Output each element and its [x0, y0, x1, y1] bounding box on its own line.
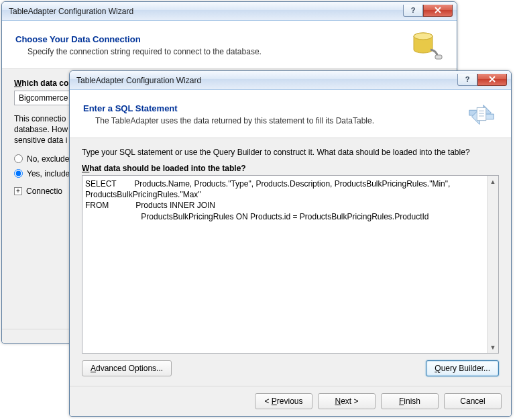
arrows-icon — [465, 99, 498, 131]
svg-rect-3 — [477, 107, 485, 120]
svg-point-1 — [414, 33, 433, 40]
sql-textarea[interactable] — [82, 176, 487, 353]
scrollbar[interactable]: ▲ ▼ — [487, 176, 498, 353]
scroll-up-icon[interactable]: ▲ — [489, 177, 498, 186]
svg-rect-2 — [435, 55, 442, 59]
cancel-button[interactable]: Cancel — [444, 393, 502, 409]
advanced-options-button[interactable]: Advanced Options... — [82, 360, 172, 376]
close-button[interactable] — [423, 5, 453, 17]
radio-no-input[interactable] — [14, 154, 23, 163]
radio-yes-input[interactable] — [14, 169, 23, 178]
back-title: TableAdapter Configuration Wizard — [9, 7, 403, 16]
finish-button[interactable]: Finish — [381, 393, 439, 409]
front-titlebar[interactable]: TableAdapter Configuration Wizard ? — [70, 71, 511, 90]
expander-label: Connectio — [26, 187, 62, 196]
previous-button[interactable]: < Previous — [255, 393, 312, 409]
front-instruction: Type your SQL statement or use the Query… — [82, 148, 499, 157]
radio-no-label: No, exclude — [27, 154, 69, 164]
back-header: Choose Your Data Connection Specify the … — [2, 21, 457, 69]
plus-icon: + — [14, 187, 22, 195]
front-title: TableAdapter Configuration Wizard — [76, 76, 457, 85]
sql-label: What data should be loaded into the tabl… — [82, 164, 499, 173]
front-dialog: TableAdapter Configuration Wizard ? Ente… — [69, 70, 512, 417]
query-builder-button[interactable]: Query Builder... — [426, 360, 499, 376]
front-footer: < Previous Next > Finish Cancel — [70, 386, 511, 416]
back-window-controls: ? — [403, 6, 453, 17]
back-header-title: Choose Your Data Connection — [15, 34, 262, 44]
help-button[interactable]: ? — [457, 74, 477, 86]
front-header: Enter a SQL Statement The TableAdapter u… — [70, 90, 511, 138]
options-row: Advanced Options... Query Builder... — [82, 360, 499, 376]
database-icon — [411, 30, 443, 62]
back-titlebar[interactable]: TableAdapter Configuration Wizard ? — [2, 2, 457, 21]
front-header-sub: The TableAdapter uses the data returned … — [83, 116, 374, 125]
radio-yes-label: Yes, include — [27, 169, 70, 178]
close-button[interactable] — [477, 74, 507, 86]
front-body: Type your SQL statement or use the Query… — [70, 138, 511, 386]
help-button[interactable]: ? — [403, 5, 423, 17]
front-header-title: Enter a SQL Statement — [83, 103, 374, 113]
connection-value: Bigcommerce — [19, 93, 68, 103]
sql-textarea-wrap: ▲ ▼ — [82, 175, 499, 354]
next-button[interactable]: Next > — [318, 393, 376, 409]
front-window-controls: ? — [457, 75, 507, 86]
scroll-down-icon[interactable]: ▼ — [489, 343, 498, 352]
back-header-sub: Specify the connection string required t… — [15, 47, 262, 56]
